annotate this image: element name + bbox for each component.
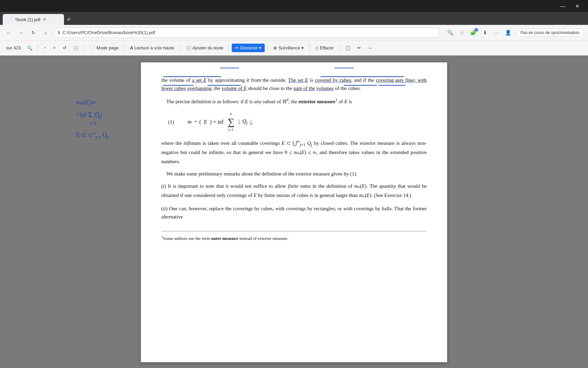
new-tab-button[interactable]: + [67,16,71,24]
sep6 [267,44,268,52]
read-aloud-button[interactable]: A Lecture à voix haute [127,44,177,52]
add-text-button[interactable]: ⬜ Ajouter du texte [183,44,226,52]
erase-icon: ◇ [315,45,318,50]
add-text-icon: ⬜ [185,45,191,50]
forward-button[interactable]: → [16,28,26,37]
footnote-section: 1Some authors use the term outer measure… [161,231,427,242]
draw-chevron-icon: ▾ [259,45,261,50]
mode-page-label: Mode page [97,45,119,50]
surveillance-button[interactable]: ⊕ Survillance ▾ [271,44,307,52]
mode-page-button[interactable]: 📄 Mode page [87,44,121,52]
tab-bar: 📄 *book (1).pdf ✕ + [0,12,588,25]
title-bar: — ✕ [0,0,588,12]
extension-badge-btn[interactable]: 🧩 2 [469,28,479,38]
zoom-in-button[interactable]: + [50,44,59,52]
main-area: m*(E)∞ = inf Σ |Qj| j=1 E ⊂ ∪ Qj. j=1 th… [0,56,588,368]
rotate-button[interactable]: ↺ [60,44,69,52]
draw-button[interactable]: ✏ Dessiner ▾ [232,44,265,52]
active-tab[interactable]: 📄 *book (1).pdf ✕ [3,14,64,25]
erase-button[interactable]: ◇ Effacer [312,44,337,52]
draw-label: Dessiner [240,45,258,50]
sep8 [339,44,340,52]
minimize-button[interactable]: — [555,3,570,9]
address-bar: ← → ↻ ⌂ ℹ C:/Users/PC/OneDrive/Bureau/bo… [0,25,588,41]
sep5 [229,44,229,52]
download-icon-btn[interactable]: ⬇ [480,28,490,38]
close-button[interactable]: ✕ [570,3,585,9]
toolbar-icon1-button[interactable]: 📋 [342,44,353,52]
surveillance-label: Survillance [278,45,300,50]
page-indicator: sur 423 [4,45,23,50]
sep2 [84,44,84,52]
summation-symbol: ∞ ∑ j=1 [228,111,234,133]
pdf-paragraph-3: where the infimum is taken over all coun… [161,138,427,166]
search-icon-btn[interactable]: 🔍 [445,28,456,38]
tab-title: *book (1).pdf [15,17,40,22]
pdf-page: m*(E)∞ = inf Σ |Qj| j=1 E ⊂ ∪ Qj. j=1 th… [141,62,447,362]
handwritten-annotation: m*(E)∞ =inf Σ |Qj| j=1 E ⊂ ∪∞j=1 Qj. [76,98,110,140]
sep3 [124,44,125,52]
sep1 [38,44,38,52]
read-aloud-icon: A [130,45,133,50]
read-aloud-label: Lecture à voix haute [134,45,174,50]
pdf-paragraph-1: the volume of a set E by approximating i… [161,76,427,92]
url-bar[interactable]: ℹ C:/Users/PC/OneDrive/Bureau/book%20(1)… [53,28,440,38]
mode-page-icon: 📄 [90,45,95,50]
more-tools-btn[interactable]: ⋯ [492,28,502,38]
refresh-button[interactable]: ↻ [29,28,38,37]
pdf-paragraph-2: The precise definition is as follows: if… [161,96,427,106]
sync-button[interactable]: Pas en cours de synchronisation [516,29,584,37]
profile-btn[interactable]: 👤 [503,28,513,38]
tab-icon: 📄 [7,17,12,22]
erase-label: Effacer [320,45,334,50]
surveillance-chevron-icon: ▾ [301,45,304,50]
home-button[interactable]: ⌂ [41,28,50,37]
pdf-paragraph-i: (i) It is important to note that it woul… [161,182,427,200]
equation-1: (1) m*(E) = inf ∞ ∑ j=1 |Qj|, [161,111,427,133]
pdf-paragraph-4: We make some preliminary remarks about t… [161,170,427,178]
fit-page-button[interactable]: ⬜ [70,44,81,52]
back-button[interactable]: ← [4,28,14,37]
eq-formula: m*(E) = inf ∞ ∑ j=1 |Qj|, [188,111,253,133]
toolbar-icon2-button[interactable]: ✏ [355,44,364,52]
tab-close-button[interactable]: ✕ [43,17,46,22]
zoom-out-button[interactable]: − [41,44,49,52]
favorites-icon-btn[interactable]: ☆ [457,28,467,38]
url-text: C:/Users/PC/OneDrive/Bureau/book%20(1).p… [63,30,155,35]
footnote-text: 1Some authors use the term outer measure… [161,234,427,242]
sep4 [180,44,180,52]
draw-icon: ✏ [235,45,239,50]
pdf-paragraph-ii: (ii) One can, however, replace the cover… [161,204,427,221]
url-info-icon: ℹ [58,30,60,35]
eq-number: (1) [168,118,174,126]
pdf-container[interactable]: m*(E)∞ = inf Σ |Qj| j=1 E ⊂ ∪ Qj. j=1 th… [0,56,588,368]
add-text-label: Ajouter du texte [192,45,223,50]
search-button[interactable]: 🔍 [24,44,35,52]
sep7 [309,44,310,52]
surveillance-icon: ⊕ [273,45,277,50]
address-bar-icons: 🔍 ☆ 🧩 2 ⬇ ⋯ 👤 [445,28,513,38]
toolbar-icon3-button[interactable]: ↔ [365,44,375,52]
pdf-toolbar: sur 423 🔍 − + ↺ ⬜ 📄 Mode page A Lecture … [0,41,588,56]
